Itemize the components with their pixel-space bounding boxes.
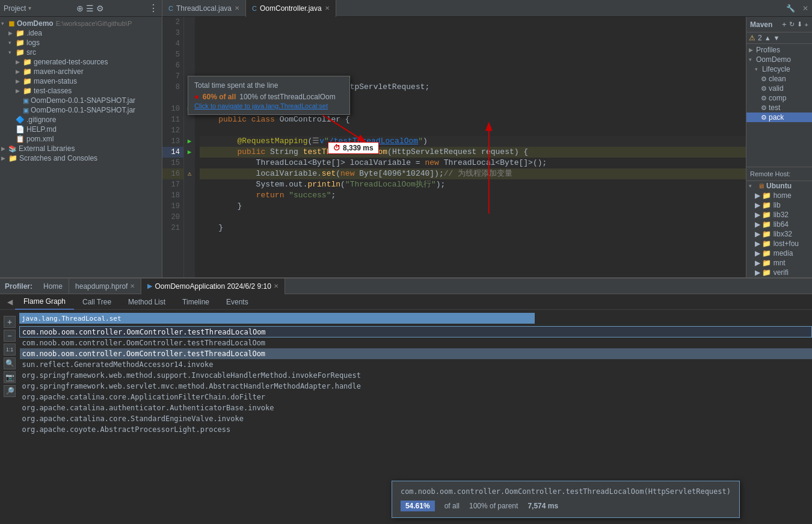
camera-button[interactable]: 📷	[4, 371, 16, 383]
close-editor-icon[interactable]: ✕	[799, 4, 812, 13]
profiler-session-tab[interactable]: ▶ OomDemoApplication 2024/6/2 9:10 ✕	[141, 279, 285, 294]
ubuntu-item[interactable]: ▾ 🖥 Ubuntu	[746, 181, 812, 191]
sidebar-item-helpmd[interactable]: 📄 HELP.md	[0, 125, 162, 134]
bottom-tooltip-title: com.noob.oom.controller.OomController.te…	[401, 487, 731, 496]
maven-refresh-icon[interactable]: ↻	[789, 20, 795, 28]
profiler-events-tab[interactable]: Events	[218, 294, 257, 310]
sidebar-item-gitignore[interactable]: 🔷 .gitignore	[0, 115, 162, 125]
project-label[interactable]: Project	[4, 4, 26, 13]
pct-all-badge: 54.61%	[401, 501, 435, 511]
remote-verifi[interactable]: ▶ 📁 verifi	[746, 268, 812, 277]
zoom-in-button[interactable]: +	[4, 316, 16, 328]
code-text-area[interactable]: import javax.servlet.http.HttpServletReq…	[195, 17, 746, 277]
profiler-flamegraph-tab[interactable]: Flame Graph	[15, 294, 74, 310]
generated-label: generated-test-sources	[34, 58, 108, 66]
table-row-invocable[interactable]: org.springframework.web.method.support.I…	[20, 370, 812, 381]
sidebar-item-ext-libs[interactable]: ▶ 📚 External Libraries	[0, 144, 162, 153]
profiler-timeline-tab[interactable]: Timeline	[174, 294, 218, 310]
profiler-content-area: + − 1:1 🔍 📷 🔎 java.lang.ThreadLocal.set …	[0, 310, 812, 524]
table-row[interactable]: com.noob.oom.controller.OomController.te…	[20, 338, 812, 348]
ratio-button[interactable]: 1:1	[4, 344, 16, 356]
sidebar-item-src[interactable]: ▾ 📁 src	[0, 48, 162, 57]
table-row[interactable]: com.noob.oom.controller.OomController.te…	[20, 348, 812, 359]
oom-controller-tab-close[interactable]: ✕	[325, 5, 330, 11]
sidebar-tree: ▾ ◼ OomDemo E:\workspace\Git\github\P ▶ …	[0, 17, 162, 277]
sidebar-item-test-classes[interactable]: ▶ 📁 test-classes	[0, 86, 162, 96]
remote-media[interactable]: ▶ 📁 media	[746, 248, 812, 258]
table-row-generated[interactable]: sun.reflect.GeneratedMethodAccessor14.in…	[20, 359, 812, 370]
list-icon[interactable]: ☰	[86, 4, 94, 13]
profiler-calltree-tab[interactable]: Call Tree	[74, 294, 120, 310]
clean-label: clean	[769, 75, 786, 83]
zoom-search-plus-button[interactable]: 🔍	[4, 357, 16, 369]
add-icon[interactable]: ⊕	[76, 4, 84, 13]
table-row-authenticator[interactable]: org.apache.catalina.authenticator.Authen…	[20, 402, 812, 413]
jar1-label: OomDemo-0.0.1-SNAPSHOT.jar	[31, 96, 135, 105]
remote-home[interactable]: ▶ 📁 home	[746, 191, 812, 200]
project-dropdown-icon[interactable]: ▾	[28, 5, 31, 11]
sidebar-item-pomxml[interactable]: 📋 pom.xml	[0, 134, 162, 144]
sidebar-item-jar1[interactable]: ▣ OomDemo-0.0.1-SNAPSHOT.jar	[0, 96, 162, 105]
maven-oomdemo-item[interactable]: ▾ OomDemo	[746, 55, 812, 64]
table-row-filter-chain[interactable]: org.apache.catalina.core.ApplicationFilt…	[20, 392, 812, 402]
timing-value: 8,339 ms	[343, 144, 374, 152]
warning-down-icon[interactable]: ▼	[774, 34, 780, 42]
warning-up-icon[interactable]: ▲	[764, 34, 771, 42]
maven-add-icon[interactable]: +	[782, 20, 787, 29]
more-icon[interactable]: ⋮	[149, 2, 158, 14]
oom-controller-tab[interactable]: C OomController.java ✕	[246, 0, 336, 17]
maven-test-item[interactable]: ⚙ test	[746, 103, 812, 113]
idea-icon: 📁	[16, 29, 25, 37]
table-row-abstract-handler[interactable]: org.springframework.web.servlet.mvc.meth…	[20, 381, 812, 392]
maven-profiles-item[interactable]: ▶ Profiles	[746, 45, 812, 55]
sidebar-item-jar2[interactable]: ▣ OomDemo-0.0.1-SNAPSHOT.jar	[0, 105, 162, 115]
request-mapping-icon[interactable]: ▶	[184, 136, 195, 147]
maven-valid-item[interactable]: ⚙ valid	[746, 84, 812, 93]
maven-expand-icon[interactable]: +	[805, 21, 808, 28]
sidebar-item-idea[interactable]: ▶ 📁 .idea	[0, 28, 162, 38]
jar2-label: OomDemo-0.0.1-SNAPSHOT.jar	[31, 106, 135, 114]
maven-lifecycle-item[interactable]: ▾ Lifecycle	[746, 64, 812, 74]
maven-clean-item[interactable]: ⚙ clean	[746, 74, 812, 84]
table-row-processor-light[interactable]: org.apache.coyote.AbstractProcessorLight…	[20, 424, 812, 435]
flame-bar-row[interactable]: java.lang.ThreadLocal.set	[19, 313, 535, 324]
session-close-icon[interactable]: ✕	[274, 283, 278, 289]
profiler-heapdump-tab[interactable]: heapdump.hprof ✕	[69, 279, 141, 294]
sidebar-item-logs[interactable]: ▾ 📁 logs	[0, 38, 162, 48]
line-numbers-gutter: 2 3 4 5 6 7 8 10 11 12 13 14 15 16 17 1	[162, 17, 184, 277]
project-icon: ◼	[8, 19, 15, 28]
remote-lib[interactable]: ▶ 📁 lib	[746, 200, 812, 210]
remote-lib64[interactable]: ▶ 📁 lib64	[746, 220, 812, 229]
table-row-engine-valve[interactable]: org.apache.catalina.core.StandardEngineV…	[20, 413, 812, 424]
search-button[interactable]: 🔎	[4, 385, 16, 397]
remote-lostfound[interactable]: ▶ 📁 lost+fou	[746, 239, 812, 248]
oomdemo-maven-label: OomDemo	[756, 55, 791, 64]
zoom-out-button[interactable]: −	[4, 330, 16, 342]
remote-mnt[interactable]: ▶ 📁 mnt	[746, 258, 812, 268]
profiler-methodlist-tab[interactable]: Method List	[120, 294, 174, 310]
sidebar-item-scratches[interactable]: ▶ 📁 Scratches and Consoles	[0, 153, 162, 163]
maven-pack-item[interactable]: ⚙ pack	[746, 113, 812, 122]
table-row[interactable]: com.noob.oom.controller.OomController.te…	[20, 327, 812, 338]
profile-nav-left[interactable]: ◀	[5, 298, 15, 306]
logs-label: logs	[26, 39, 40, 47]
tooltip-link[interactable]: Click to navigate to java.lang.ThreadLoc…	[194, 102, 343, 109]
heapdump-close-icon[interactable]: ✕	[130, 283, 135, 289]
sidebar-item-generated[interactable]: ▶ 📁 generated-test-sources	[0, 57, 162, 67]
sidebar-item-maven-status[interactable]: ▶ 📁 maven-status	[0, 76, 162, 86]
lifecycle-label: Lifecycle	[762, 65, 790, 73]
remote-libx32[interactable]: ▶ 📁 libx32	[746, 229, 812, 239]
method-run-icon[interactable]: ▶	[184, 147, 195, 158]
remote-host-title: Remote Host:	[750, 170, 790, 177]
profiler-home-label: Home	[43, 282, 63, 291]
maven-tree: ▶ Profiles ▾ OomDemo ▾ Lifecycle ⚙ clean…	[746, 44, 812, 167]
maven-comp-item[interactable]: ⚙ comp	[746, 93, 812, 103]
remote-lib32[interactable]: ▶ 📁 lib32	[746, 210, 812, 220]
thread-local-tab-close[interactable]: ✕	[235, 5, 239, 11]
maven-download-icon[interactable]: ⬇	[797, 20, 802, 28]
sidebar-item-oomdemo[interactable]: ▾ ◼ OomDemo E:\workspace\Git\github\P	[0, 18, 162, 28]
thread-local-tab[interactable]: C ThreadLocal.java ✕	[162, 0, 246, 17]
settings-icon[interactable]: ⚙	[96, 4, 104, 13]
sidebar-item-maven-archiver[interactable]: ▶ 📁 maven-archiver	[0, 67, 162, 76]
profiler-home-tab[interactable]: Home	[37, 279, 69, 294]
